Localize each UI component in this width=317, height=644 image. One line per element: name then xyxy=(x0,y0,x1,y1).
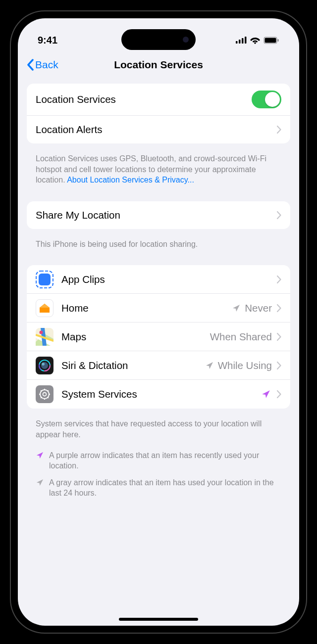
group-apps: App Clips Home Never Maps xyxy=(27,265,290,409)
row-home[interactable]: Home Never xyxy=(27,294,290,322)
nav-bar: Back Location Services xyxy=(18,53,299,84)
row-value: Never xyxy=(245,302,272,314)
dynamic-island xyxy=(121,29,196,50)
row-value: When Shared xyxy=(210,331,272,343)
toggle-location-services[interactable] xyxy=(252,91,281,108)
location-arrow-gray-icon xyxy=(36,478,44,487)
maps-icon xyxy=(36,328,53,346)
content: Location Services Location Alerts Locati… xyxy=(18,84,299,502)
svg-point-20 xyxy=(43,393,47,396)
row-label: App Clips xyxy=(61,274,277,285)
footer-location-services: Location Services uses GPS, Bluetooth, a… xyxy=(27,148,290,201)
cellular-icon xyxy=(236,37,247,44)
about-privacy-link[interactable]: About Location Services & Privacy... xyxy=(67,176,194,184)
chevron-right-icon xyxy=(277,304,281,312)
screen: 9:41 Back Location Services Location Ser… xyxy=(18,18,299,626)
back-label: Back xyxy=(35,59,58,71)
chevron-right-icon xyxy=(277,126,281,134)
svg-rect-2 xyxy=(242,38,244,44)
row-label: System Services xyxy=(61,388,261,400)
row-system-services[interactable]: System Services xyxy=(27,380,290,409)
row-label: Siri & Dictation xyxy=(61,360,205,371)
row-share-my-location[interactable]: Share My Location xyxy=(27,201,290,229)
row-location-services[interactable]: Location Services xyxy=(27,84,290,116)
group-location-settings: Location Services Location Alerts xyxy=(27,84,290,143)
battery-icon xyxy=(264,37,279,44)
svg-rect-6 xyxy=(265,38,276,43)
legend-gray: A gray arrow indicates that an item has … xyxy=(27,474,290,502)
legend-text: A purple arrow indicates that an item ha… xyxy=(49,450,281,471)
group-share-location: Share My Location xyxy=(27,201,290,229)
home-indicator[interactable] xyxy=(119,618,198,621)
chevron-right-icon xyxy=(277,276,281,283)
chevron-right-icon xyxy=(277,333,281,341)
nav-title: Location Services xyxy=(114,59,203,71)
chevron-right-icon xyxy=(277,390,281,398)
row-maps[interactable]: Maps When Shared xyxy=(27,322,290,351)
row-location-alerts[interactable]: Location Alerts xyxy=(27,116,290,143)
app-clips-icon xyxy=(36,271,53,288)
svg-point-4 xyxy=(254,42,256,44)
gear-icon xyxy=(36,385,53,403)
svg-rect-7 xyxy=(278,39,279,42)
row-label: Location Services xyxy=(36,93,252,105)
location-arrow-gray-icon xyxy=(232,304,241,313)
location-arrow-gray-icon xyxy=(205,361,214,370)
location-arrow-purple-icon xyxy=(261,389,271,399)
svg-rect-0 xyxy=(236,41,238,44)
phone-frame: 9:41 Back Location Services Location Ser… xyxy=(10,10,307,634)
row-value: While Using xyxy=(218,360,272,371)
home-icon xyxy=(36,299,53,317)
chevron-right-icon xyxy=(277,211,281,219)
legend-purple: A purple arrow indicates that an item ha… xyxy=(27,447,290,474)
back-button[interactable]: Back xyxy=(27,59,58,71)
row-label: Location Alerts xyxy=(36,124,277,136)
svg-rect-9 xyxy=(39,274,51,285)
status-time: 9:41 xyxy=(38,35,57,46)
footer-system-services: System services that have requested acce… xyxy=(27,414,290,447)
chevron-left-icon xyxy=(27,59,34,71)
svg-rect-1 xyxy=(239,40,241,44)
legend-text: A gray arrow indicates that an item has … xyxy=(49,477,281,499)
row-siri-dictation[interactable]: Siri & Dictation While Using xyxy=(27,351,290,380)
siri-icon xyxy=(36,357,53,374)
chevron-right-icon xyxy=(277,362,281,369)
row-label: Home xyxy=(61,302,232,314)
row-label: Share My Location xyxy=(36,209,277,221)
row-app-clips[interactable]: App Clips xyxy=(27,265,290,294)
wifi-icon xyxy=(250,37,260,44)
footer-share-location: This iPhone is being used for location s… xyxy=(27,234,290,266)
row-label: Maps xyxy=(61,331,210,343)
svg-point-18 xyxy=(42,363,45,366)
status-icons xyxy=(236,37,279,44)
svg-rect-3 xyxy=(245,37,247,44)
svg-point-11 xyxy=(40,330,43,334)
location-arrow-purple-icon xyxy=(36,451,44,460)
